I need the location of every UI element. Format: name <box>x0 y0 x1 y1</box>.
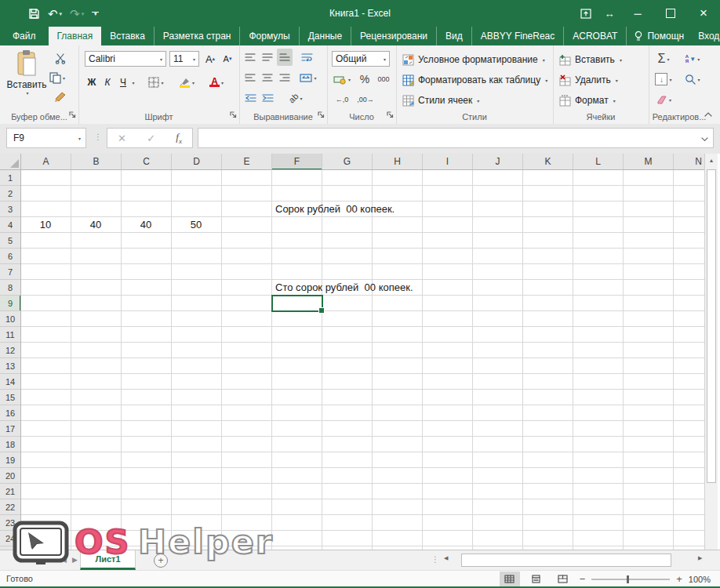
cell-styles-button[interactable]: Стили ячеек ▾ <box>402 91 479 110</box>
align-bottom-icon[interactable] <box>277 49 293 66</box>
row-header-19[interactable]: 19 <box>0 452 20 468</box>
wrap-text-icon[interactable] <box>297 49 316 66</box>
row-header-14[interactable]: 14 <box>0 374 20 390</box>
tab-abbyy-finereac[interactable]: ABBYY FineReac <box>472 27 565 45</box>
cell-styles-dropdown-icon[interactable]: ▾ <box>477 98 479 103</box>
format-painter-button[interactable] <box>50 88 71 105</box>
tab-file[interactable]: Файл <box>0 27 49 45</box>
help-item[interactable]: Помощн <box>627 27 691 45</box>
fill-button[interactable]: ↓ ▾ <box>652 71 675 88</box>
row-header-12[interactable]: 12 <box>0 343 20 358</box>
column-header-K[interactable]: K <box>523 154 573 169</box>
align-center-icon[interactable] <box>260 69 275 86</box>
font-color-button[interactable]: А ▾ <box>204 74 229 91</box>
h-scroll-right-icon[interactable]: ▶ <box>698 555 702 561</box>
cancel-icon[interactable]: ✕ <box>118 132 126 144</box>
align-right-icon[interactable] <box>277 69 293 86</box>
column-header-F[interactable]: F <box>272 154 322 169</box>
column-header-H[interactable]: H <box>373 154 423 169</box>
sheet-nav-right-icon[interactable]: ▶ <box>72 556 78 564</box>
font-size-combo[interactable]: 11▾ <box>169 51 199 67</box>
view-normal-button[interactable] <box>500 572 520 586</box>
fill-handle[interactable] <box>318 307 325 314</box>
decrease-indent-icon[interactable] <box>242 89 258 107</box>
orientation-dropdown-icon[interactable]: ▾ <box>300 96 303 101</box>
row-header-21[interactable]: 21 <box>0 484 20 499</box>
close-button[interactable]: × <box>687 0 720 27</box>
paste-dropdown-icon[interactable]: ▾ <box>26 90 28 96</box>
maximize-button[interactable] <box>654 0 687 27</box>
row-header-13[interactable]: 13 <box>0 358 20 374</box>
cell-B4[interactable]: 40 <box>71 217 120 233</box>
column-header-E[interactable]: E <box>222 154 272 169</box>
cell-F3[interactable]: Сорок рублей 00 копеек. <box>275 201 395 217</box>
sheet-tab[interactable]: Лист1 <box>80 550 136 570</box>
row-header-1[interactable]: 1 <box>0 170 20 186</box>
copy-dropdown-icon[interactable]: ▾ <box>63 75 65 81</box>
row-header-24[interactable]: 24 <box>0 531 20 546</box>
scroll-up-icon[interactable]: ▲ <box>705 154 718 167</box>
format-cells-dropdown-icon[interactable]: ▾ <box>613 98 616 103</box>
column-header-C[interactable]: C <box>122 154 172 169</box>
merge-dropdown-icon[interactable]: ▾ <box>314 75 316 81</box>
cell-area[interactable]: 10404050Сорок рублей 00 копеек.Сто сорок… <box>21 170 704 550</box>
increase-font-icon[interactable]: A▴ <box>202 50 218 67</box>
view-page-break-button[interactable] <box>553 572 573 586</box>
name-box[interactable]: F9 ▾ <box>6 128 86 148</box>
formula-bar-splitter[interactable]: ⋮ <box>94 132 102 141</box>
align-middle-icon[interactable] <box>260 49 275 66</box>
h-scroll-left-icon[interactable]: ◀ <box>444 555 448 561</box>
percent-button[interactable]: % <box>357 71 373 88</box>
insert-cells-dropdown-icon[interactable]: ▾ <box>620 57 622 63</box>
italic-button[interactable]: К <box>100 74 115 91</box>
zoom-in-button[interactable]: + <box>676 573 682 585</box>
row-header-5[interactable]: 5 <box>0 233 20 249</box>
conditional-formatting-button[interactable]: Условное форматирование ▾ <box>402 50 545 69</box>
selected-cell-outline[interactable] <box>271 295 323 312</box>
horizontal-scroll-thumb[interactable] <box>461 554 671 567</box>
font-color-dropdown-icon[interactable]: ▾ <box>221 80 224 85</box>
tab-главная[interactable]: Главная <box>49 27 102 45</box>
tab-вставка[interactable]: Вставка <box>101 27 155 45</box>
vertical-scrollbar[interactable]: ▲ <box>704 154 718 550</box>
clear-dropdown-icon[interactable]: ▾ <box>669 97 671 103</box>
column-header-A[interactable]: A <box>21 154 71 169</box>
row-header-18[interactable]: 18 <box>0 437 20 452</box>
merge-center-button[interactable]: ▾ <box>296 69 321 86</box>
expand-formula-bar-icon[interactable] <box>701 131 708 145</box>
tab-scroll-splitter[interactable]: ⋮ <box>431 555 439 564</box>
row-header-16[interactable]: 16 <box>0 405 20 421</box>
clear-button[interactable]: ▾ <box>652 91 675 108</box>
underline-dropdown-icon[interactable]: ▾ <box>129 74 136 91</box>
column-header-L[interactable]: L <box>573 154 624 169</box>
font-dialog-launcher-icon[interactable] <box>230 110 237 121</box>
row-header-23[interactable]: 23 <box>0 515 20 531</box>
view-page-layout-button[interactable] <box>526 572 547 586</box>
collapse-ribbon-icon[interactable] <box>704 108 712 119</box>
zoom-slider[interactable] <box>591 579 670 580</box>
column-header-M[interactable]: M <box>624 154 674 169</box>
orientation-button[interactable]: ab ▾ <box>283 89 308 107</box>
cell-A4[interactable]: 10 <box>21 217 70 233</box>
find-button[interactable]: ▾ <box>680 71 705 88</box>
borders-button[interactable]: ▾ <box>144 74 168 91</box>
zoom-out-button[interactable]: − <box>580 573 586 585</box>
row-header-7[interactable]: 7 <box>0 264 20 280</box>
sort-filter-dropdown-icon[interactable]: ▾ <box>697 56 700 62</box>
align-left-icon[interactable] <box>242 69 258 86</box>
row-header-4[interactable]: 4 <box>0 217 20 233</box>
tab-данные[interactable]: Данные <box>300 27 351 45</box>
row-header-17[interactable]: 17 <box>0 421 20 437</box>
row-header-15[interactable]: 15 <box>0 390 20 405</box>
alignment-dialog-launcher-icon[interactable] <box>318 110 325 121</box>
ribbon-display-options-icon[interactable] <box>574 0 598 27</box>
copy-button[interactable]: ▾ <box>47 69 67 86</box>
cell-D4[interactable]: 50 <box>172 217 220 233</box>
decrease-decimal-icon[interactable]: ,00→ <box>355 91 376 108</box>
column-header-N[interactable]: N <box>674 154 704 169</box>
fill-color-dropdown-icon[interactable]: ▾ <box>192 80 195 85</box>
align-top-icon[interactable] <box>242 49 258 66</box>
cell-C4[interactable]: 40 <box>122 217 170 233</box>
format-as-table-dropdown-icon[interactable]: ▾ <box>545 78 547 83</box>
cell-F8[interactable]: Сто сорок рублей 00 копеек. <box>275 280 413 296</box>
